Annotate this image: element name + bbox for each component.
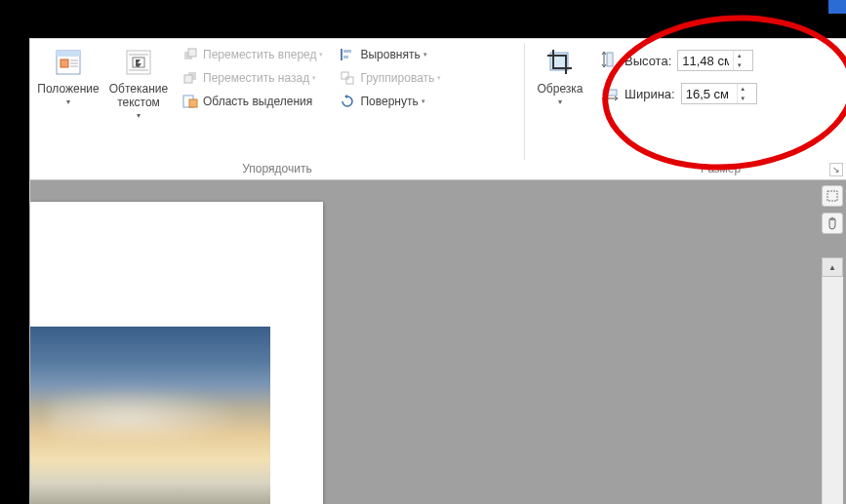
chevron-down-icon: ▾ xyxy=(312,74,316,82)
select-tool-icon[interactable] xyxy=(822,185,843,207)
ribbon: Положение ▾ Обтекание текстом xyxy=(30,39,846,180)
height-input[interactable] xyxy=(678,54,733,68)
svg-rect-15 xyxy=(189,99,197,107)
svg-rect-11 xyxy=(188,49,196,57)
svg-rect-2 xyxy=(60,59,68,67)
svg-rect-17 xyxy=(343,50,351,53)
group-label-arrange: Упорядочить xyxy=(30,162,524,175)
width-label: Ширина: xyxy=(624,87,675,101)
width-down[interactable]: ▼ xyxy=(738,94,748,103)
svg-rect-18 xyxy=(343,56,348,58)
title-bar-fragment xyxy=(828,0,846,14)
svg-rect-20 xyxy=(346,77,353,84)
crop-icon xyxy=(544,47,576,78)
chevron-down-icon: ▾ xyxy=(437,74,441,82)
page[interactable] xyxy=(30,202,323,504)
group-crop: Обрезка ▾ xyxy=(525,39,595,179)
height-up[interactable]: ▲ xyxy=(734,51,745,60)
svg-rect-23 xyxy=(603,90,617,96)
selection-pane-button[interactable]: Область выделения xyxy=(177,91,328,112)
bring-forward-button[interactable]: Переместить вперед ▾ xyxy=(177,44,328,65)
size-dialog-launcher[interactable]: ↘ xyxy=(829,163,843,176)
selection-pane-icon xyxy=(181,93,199,110)
width-input[interactable] xyxy=(682,87,737,101)
scrollbar-track[interactable] xyxy=(822,277,843,504)
svg-rect-1 xyxy=(57,51,80,57)
chevron-down-icon: ▾ xyxy=(319,51,323,58)
height-icon xyxy=(601,51,619,71)
tool-rail xyxy=(822,185,843,234)
height-down[interactable]: ▼ xyxy=(734,60,745,70)
width-up[interactable]: ▲ xyxy=(738,84,748,94)
group-label-size: Размер xyxy=(595,162,846,175)
group-button[interactable]: Группировать ▾ xyxy=(334,67,446,89)
width-row: Ширина: ▲ ▼ xyxy=(601,83,757,104)
align-button[interactable]: Выровнять ▾ xyxy=(334,44,446,65)
height-spinner[interactable]: ▲ ▼ xyxy=(677,50,753,71)
send-backward-icon xyxy=(181,69,199,87)
document-area[interactable] xyxy=(30,180,846,504)
svg-rect-24 xyxy=(827,191,837,201)
bring-forward-icon xyxy=(181,46,199,63)
svg-rect-22 xyxy=(607,53,613,66)
group-size: Высота: ▲ ▼ Ширина: xyxy=(595,39,846,179)
position-button[interactable]: Положение ▾ xyxy=(36,42,101,109)
group-icon xyxy=(339,69,356,87)
height-row: Высота: ▲ ▼ xyxy=(601,50,757,71)
position-icon xyxy=(53,47,84,78)
align-icon xyxy=(339,46,356,63)
chevron-down-icon: ▾ xyxy=(423,51,427,58)
chevron-down-icon: ▾ xyxy=(137,111,141,120)
height-label: Высота: xyxy=(624,54,671,68)
hand-tool-icon[interactable] xyxy=(822,213,843,234)
position-label: Положение xyxy=(37,82,99,96)
wrap-text-icon xyxy=(123,47,154,78)
crop-button[interactable]: Обрезка ▾ xyxy=(533,42,587,109)
chevron-down-icon: ▾ xyxy=(422,97,425,105)
group-arrange: Положение ▾ Обтекание текстом xyxy=(30,39,524,179)
svg-rect-13 xyxy=(184,75,192,83)
inserted-image[interactable] xyxy=(30,327,270,504)
rotate-icon xyxy=(339,93,356,110)
crop-label: Обрезка xyxy=(538,82,584,96)
rotate-button[interactable]: Повернуть ▾ xyxy=(334,91,446,112)
wrap-text-label: Обтекание текстом xyxy=(109,82,168,109)
width-spinner[interactable]: ▲ ▼ xyxy=(681,83,757,104)
send-backward-button[interactable]: Переместить назад ▾ xyxy=(177,67,328,89)
chevron-down-icon: ▾ xyxy=(66,97,70,106)
scroll-up-button[interactable]: ▲ xyxy=(822,257,843,277)
width-icon xyxy=(601,84,619,104)
chevron-down-icon: ▾ xyxy=(558,97,562,106)
wrap-text-button[interactable]: Обтекание текстом ▾ xyxy=(106,42,171,123)
svg-rect-19 xyxy=(342,72,348,79)
app-frame: Положение ▾ Обтекание текстом xyxy=(29,38,846,504)
